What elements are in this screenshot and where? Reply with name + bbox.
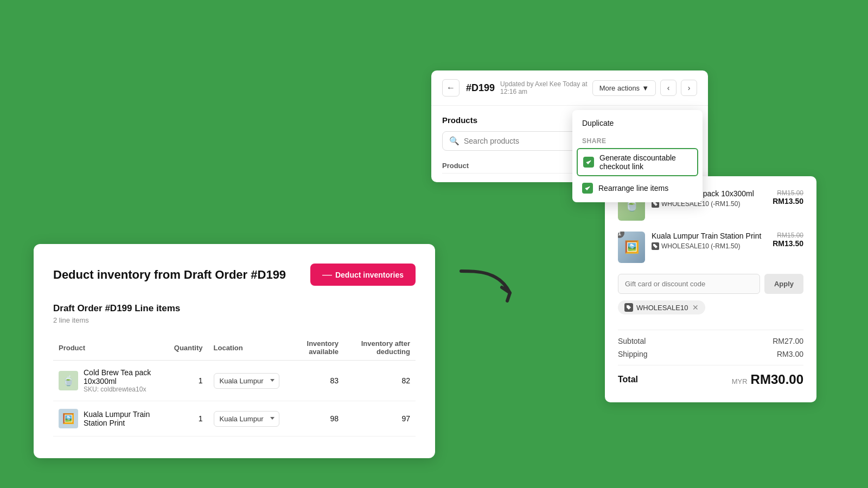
- product-thumbnail: 🍵: [59, 371, 78, 390]
- arrow-decoration: [456, 266, 521, 309]
- price-original: RM15.00: [773, 189, 803, 197]
- tag-icon: [652, 242, 659, 250]
- order-id-section: #D199 Updated by Axel Kee Today at 12:16…: [466, 80, 592, 95]
- duplicate-menu-item[interactable]: Duplicate: [572, 113, 703, 133]
- total-value-wrap: MYR RM30.00: [732, 372, 803, 387]
- deduct-title: Deduct inventory from Draft Order #D199: [53, 268, 286, 282]
- location-select[interactable]: Kuala Lumpur: [214, 411, 279, 427]
- table-row: 🖼️ Kuala Lumpur Train Station Print 1 Ku…: [53, 401, 416, 436]
- total-amount: RM30.00: [751, 372, 803, 387]
- col-inventory-available: Inventory available: [285, 335, 344, 361]
- table-row: 🍵 Cold Brew Tea pack 10x300ml SKU: coldb…: [53, 361, 416, 401]
- prev-order-button[interactable]: ‹: [660, 80, 676, 96]
- discount-label: WHOLESALE10 (-RM1.50): [661, 242, 740, 250]
- tag-icon: [624, 303, 633, 312]
- back-button[interactable]: ←: [442, 79, 459, 97]
- order-summary-card: 1 🍵 Cold Brew Tea pack 10x300ml WHOLESAL…: [605, 176, 816, 402]
- divider: [618, 330, 803, 330]
- line-items-table: Product Quantity Location Inventory avai…: [53, 335, 416, 436]
- total-row: Total MYR RM30.00: [618, 372, 803, 387]
- price-discounted: RM13.50: [773, 239, 803, 248]
- inventory-available-cell: 83: [285, 361, 344, 401]
- shipping-value: RM3.00: [777, 350, 803, 358]
- gift-code-row: Apply: [618, 274, 803, 294]
- line-items-title: Draft Order #D199 Line items: [53, 303, 416, 314]
- location-select[interactable]: Kuala Lumpur: [214, 373, 279, 389]
- inventory-after-cell: 97: [344, 401, 416, 436]
- total-currency: MYR: [732, 377, 748, 386]
- search-icon: 🔍: [449, 136, 459, 146]
- summary-discount-row: WHOLESALE10 (-RM1.50): [652, 242, 766, 250]
- check-icon: [583, 157, 594, 168]
- check-icon-rearrange: [582, 183, 593, 194]
- coupon-tag: WHOLESALE10 ✕: [618, 300, 705, 314]
- coupon-code-label: WHOLESALE10: [636, 304, 688, 312]
- location-cell[interactable]: Kuala Lumpur: [208, 401, 285, 436]
- remove-coupon-button[interactable]: ✕: [692, 303, 699, 312]
- summary-product-thumbnail: 1 🖼️: [618, 232, 645, 263]
- total-label: Total: [618, 375, 638, 384]
- deduct-card-header: Deduct inventory from Draft Order #D199 …: [53, 264, 416, 286]
- inventory-after-cell: 82: [344, 361, 416, 401]
- more-actions-dropdown: Duplicate Share Generate discountable ch…: [572, 110, 703, 202]
- quantity-cell: 1: [169, 361, 208, 401]
- col-location: Location: [208, 335, 285, 361]
- col-quantity: Quantity: [169, 335, 208, 361]
- rearrange-line-items-menu-item[interactable]: Rearrange line items: [572, 177, 703, 199]
- product-name: Kuala Lumpur Train Station Print: [84, 410, 163, 427]
- quantity-cell: 1: [169, 401, 208, 436]
- subtotal-value: RM27.00: [773, 337, 803, 345]
- summary-prices: RM15.00 RM13.50: [773, 189, 803, 206]
- summary-product-info: Kuala Lumpur Train Station Print WHOLESA…: [652, 232, 766, 250]
- col-inventory-after: Inventory after deducting: [344, 335, 416, 361]
- divider-2: [618, 365, 803, 365]
- order-updated-text: Updated by Axel Kee Today at 12:16 am: [500, 80, 592, 95]
- shipping-row: Shipping RM3.00: [618, 350, 803, 358]
- order-actions: More actions ▼ ‹ › Duplicate Share Gener…: [592, 80, 697, 96]
- price-discounted: RM13.50: [773, 197, 803, 206]
- chevron-down-icon: ▼: [642, 84, 649, 92]
- product-cell: 🍵 Cold Brew Tea pack 10x300ml SKU: coldb…: [59, 368, 163, 393]
- share-section-label: Share: [572, 133, 703, 147]
- price-original: RM15.00: [773, 232, 803, 239]
- product-sku: SKU: coldbrewtea10x: [84, 386, 163, 393]
- summary-product-name: Kuala Lumpur Train Station Print: [652, 232, 766, 240]
- summary-prices: RM15.00 RM13.50: [773, 232, 803, 248]
- more-actions-button[interactable]: More actions ▼: [592, 80, 656, 96]
- gift-card-input[interactable]: [618, 274, 760, 294]
- inventory-available-cell: 98: [285, 401, 344, 436]
- shipping-label: Shipping: [618, 350, 648, 358]
- order-id: #D199: [466, 82, 495, 94]
- order-header: ← #D199 Updated by Axel Kee Today at 12:…: [431, 70, 708, 106]
- apply-button[interactable]: Apply: [764, 274, 803, 294]
- subtotal-label: Subtotal: [618, 337, 646, 345]
- col-product: Product: [53, 335, 169, 361]
- dash-icon: —: [322, 269, 331, 280]
- summary-product-row: 1 🖼️ Kuala Lumpur Train Station Print WH…: [618, 232, 803, 263]
- next-order-button[interactable]: ›: [681, 80, 697, 96]
- product-name: Cold Brew Tea pack 10x300ml: [84, 368, 163, 386]
- product-cell: 🖼️ Kuala Lumpur Train Station Print: [59, 409, 163, 428]
- product-thumbnail: 🖼️: [59, 409, 78, 428]
- deduct-inventories-button[interactable]: — Deduct inventories: [310, 264, 416, 286]
- subtotal-row: Subtotal RM27.00: [618, 337, 803, 345]
- location-cell[interactable]: Kuala Lumpur: [208, 361, 285, 401]
- generate-checkout-link-menu-item[interactable]: Generate discountable checkout link: [577, 148, 698, 176]
- deduct-inventory-card: Deduct inventory from Draft Order #D199 …: [34, 244, 435, 458]
- line-items-count: 2 line items: [53, 316, 416, 324]
- order-card: ← #D199 Updated by Axel Kee Today at 12:…: [431, 70, 708, 182]
